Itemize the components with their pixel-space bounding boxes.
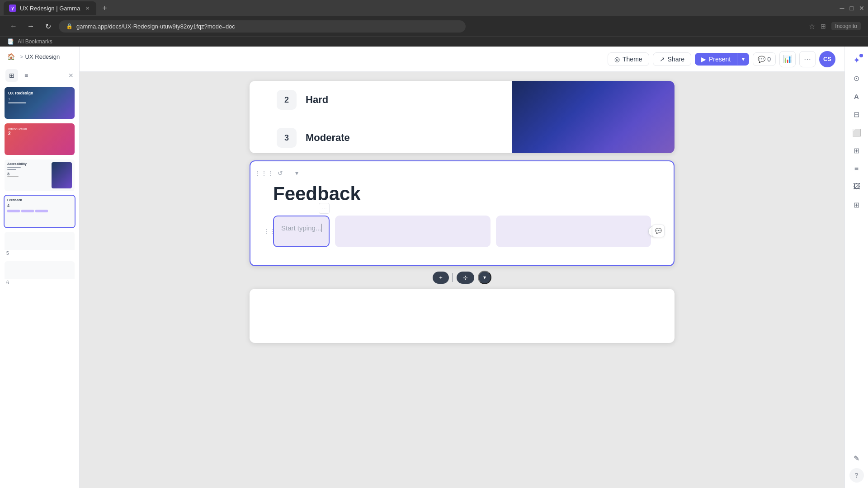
slide-item-5[interactable]: 5: [4, 231, 75, 258]
feedback-col-2[interactable]: [335, 216, 490, 247]
image-btn[interactable]: 🖼: [849, 178, 865, 195]
col-more-btn[interactable]: ⋯: [319, 203, 330, 214]
comment-bubble-btn[interactable]: 💬: [652, 225, 665, 237]
analytics-icon: 📊: [783, 55, 792, 63]
slide-toolbar: ⋮⋮⋮ ↺ ▾: [258, 167, 303, 179]
text-style-icon: A: [854, 93, 859, 100]
restore-btn[interactable]: □: [850, 5, 854, 12]
bookmarks-label: All Bookmarks: [18, 38, 52, 45]
table-btn[interactable]: ⊞: [849, 197, 865, 213]
slide-thumb-6: [5, 261, 75, 279]
list-view-btn[interactable]: ≡: [20, 69, 33, 82]
slide-6-num: 6: [5, 279, 75, 286]
col-1-wrapper: ⋯ Start typing...: [273, 216, 330, 247]
share-icon: ↗: [660, 56, 665, 63]
layout-btn[interactable]: ⊹: [457, 272, 474, 284]
forward-btn[interactable]: →: [24, 20, 37, 33]
close-btn[interactable]: ✕: [859, 5, 864, 12]
ai-tool-btn[interactable]: ✦: [849, 52, 865, 68]
slide-3-line-1: [7, 167, 21, 168]
slide-options-btn[interactable]: ⋮⋮⋮: [258, 167, 270, 179]
dropdown-icon: ▾: [483, 274, 486, 281]
slide-thumb-3: Accessibility 3: [5, 160, 75, 191]
empty-slide-next: [250, 289, 675, 343]
col-1-placeholder: Start typing...: [281, 224, 321, 232]
grid-icon: ⊞: [854, 146, 859, 155]
slide-thumb-1: UX Redesign 1: [5, 87, 75, 119]
active-tab[interactable]: γ UX Redesign | Gamma ✕: [4, 1, 96, 15]
slide-actions-bar: + ⊹ ▾: [433, 271, 491, 284]
table-icon: ⊞: [854, 201, 859, 209]
diff-badge-2: 2: [277, 90, 297, 110]
tab-title: UX Redesign | Gamma: [20, 5, 80, 12]
previous-slide-card: 2 Hard 3 Moderate: [250, 81, 675, 153]
layout-icon: ⊹: [463, 274, 468, 281]
more-button[interactable]: ⋯: [799, 51, 816, 67]
difficulty-items: 2 Hard 3 Moderate: [250, 81, 675, 153]
bookmarks-icon: 📑: [7, 38, 14, 45]
col-toolbar: ⋯: [319, 203, 330, 214]
slide-item-3[interactable]: Accessibility 3: [4, 159, 75, 192]
text-style-btn[interactable]: A: [849, 88, 865, 104]
theme-palette-btn[interactable]: ⊙: [849, 70, 865, 86]
add-card-btn[interactable]: +: [433, 272, 449, 284]
slide-1-bar: [8, 102, 26, 103]
slide-item-4[interactable]: Feedback 4: [4, 195, 75, 228]
diff-badge-3: 3: [277, 128, 297, 148]
slide-3-label: Accessibility: [7, 162, 50, 165]
user-avatar[interactable]: CS: [819, 51, 835, 67]
present-dropdown-btn[interactable]: ▾: [737, 53, 749, 65]
dropdown-btn[interactable]: ▾: [478, 271, 491, 284]
draw-icon: ✎: [854, 454, 859, 463]
ai-icon: ✦: [854, 56, 859, 65]
feedback-slide: ⋮⋮⋮ ↺ ▾ Feedback ⋮⋮ ⋯ S: [250, 160, 675, 266]
diff-label-hard: Hard: [306, 94, 328, 106]
image-icon: 🖼: [853, 183, 860, 191]
help-btn[interactable]: ?: [849, 468, 864, 483]
theme-button[interactable]: ◎ Theme: [608, 52, 649, 66]
minimize-btn[interactable]: ─: [840, 5, 844, 12]
slide-thumb-5: [5, 232, 75, 250]
back-btn[interactable]: ←: [7, 20, 20, 33]
present-label: Present: [709, 56, 731, 63]
action-bar-sep: [453, 273, 453, 282]
embed-icon: ⊟: [854, 110, 859, 119]
url-bar[interactable]: 🔒 gamma.app/docs/UX-Redesign-utuw9ty82oy…: [59, 20, 466, 33]
bookmarks-bar: 📑 All Bookmarks: [0, 36, 868, 47]
slide-item-6[interactable]: 6: [4, 260, 75, 287]
grid-btn[interactable]: ⊞: [849, 142, 865, 159]
slide-thumb-4: Feedback 4: [5, 196, 75, 227]
tab-close-btn[interactable]: ✕: [84, 5, 91, 12]
new-tab-btn[interactable]: +: [98, 2, 111, 14]
home-icon[interactable]: 🏠: [5, 51, 16, 62]
app-header: ◎ Theme ↗ Share ▶ Present ▾: [80, 47, 844, 72]
slide-redo-btn[interactable]: ↺: [274, 167, 287, 179]
slide-item-2[interactable]: Introduction 2: [4, 122, 75, 156]
tab-bar: γ UX Redesign | Gamma ✕ + ─ □ ✕: [0, 0, 868, 16]
draw-btn[interactable]: ✎: [849, 450, 865, 466]
slide-thumb-2: Introduction 2: [5, 123, 75, 155]
theme-palette-icon: ⊙: [854, 74, 859, 83]
extensions-icon[interactable]: ⊞: [821, 23, 826, 30]
share-button[interactable]: ↗ Share: [653, 52, 691, 66]
comments-button[interactable]: 💬 0: [753, 52, 776, 66]
grid-view-btn[interactable]: ⊞: [5, 69, 18, 82]
feedback-col-1[interactable]: Start typing...: [273, 216, 330, 247]
feedback-col-3[interactable]: [496, 216, 651, 247]
address-bar: ← → ↻ 🔒 gamma.app/docs/UX-Redesign-utuw9…: [0, 16, 868, 36]
bookmark-star-icon[interactable]: ☆: [809, 22, 815, 31]
slide-item-1[interactable]: UX Redesign 1: [4, 86, 75, 120]
theme-label: Theme: [623, 56, 642, 63]
breadcrumb-doc[interactable]: UX Redesign: [25, 53, 60, 60]
feedback-columns: ⋮⋮ ⋯ Start typing... +: [273, 216, 651, 247]
list-btn[interactable]: ≡: [849, 160, 865, 177]
card-btn[interactable]: ⬜: [849, 124, 865, 141]
text-cursor: [321, 224, 321, 232]
embed-btn[interactable]: ⊟: [849, 106, 865, 122]
refresh-btn[interactable]: ↻: [42, 20, 54, 33]
analytics-button[interactable]: 📊: [779, 51, 796, 67]
present-main-btn[interactable]: ▶ Present: [695, 53, 737, 66]
slide-3-line-2: [7, 169, 16, 170]
slide-redo-dropdown[interactable]: ▾: [290, 167, 303, 179]
sidebar-close-btn[interactable]: ✕: [68, 72, 74, 79]
